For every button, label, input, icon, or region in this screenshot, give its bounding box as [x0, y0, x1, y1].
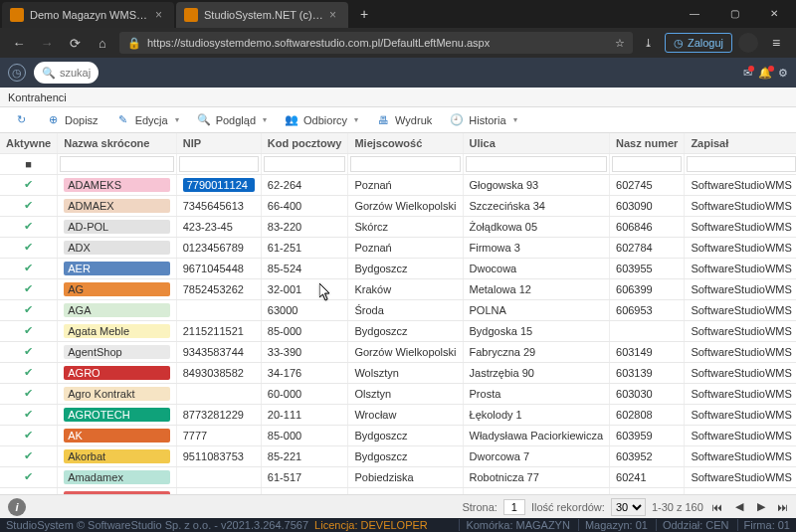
table-row[interactable]: ✔AK777785-000BydgoszczWładysława Paciork… [0, 425, 796, 445]
col-miejscowość[interactable]: Miejscowość [348, 133, 463, 153]
row-checkbox[interactable]: ✔ [24, 199, 33, 211]
page-input[interactable] [503, 499, 525, 515]
table-row[interactable]: ✔AgentShop934358374433-390Gorzów Wielkop… [0, 341, 796, 362]
window-controls: — ▢ ✕ [675, 0, 794, 28]
filter-input-3[interactable] [264, 156, 346, 172]
table-row[interactable]: ✔AMAZON525254639162-080SadyPoznańska 1D6… [0, 487, 796, 494]
table-row[interactable]: ✔Amadamex61-517PobiedziskaRobotnicza 776… [0, 466, 796, 487]
toolbar-odbiorcy-button[interactable]: 👥Odbiorcy▾ [277, 109, 366, 131]
row-checkbox[interactable]: ✔ [24, 387, 33, 399]
last-page-button[interactable]: ⏭ [775, 501, 791, 513]
filter-input-7[interactable] [687, 156, 795, 172]
reload-button[interactable]: ⟳ [64, 36, 86, 51]
row-checkbox[interactable]: ✔ [24, 366, 33, 378]
minimize-button[interactable]: — [675, 0, 714, 28]
chevron-down-icon: ▾ [354, 115, 358, 124]
forward-button[interactable]: → [36, 36, 58, 51]
table-row[interactable]: ✔Agata Meble211521152185-000BydgoszczByd… [0, 320, 796, 341]
search-input[interactable] [60, 67, 91, 79]
toolbar-icon: ✎ [116, 113, 130, 126]
bookmark-icon[interactable]: ☆ [615, 37, 625, 50]
cell-num: 603139 [610, 362, 685, 383]
row-checkbox[interactable]: ✔ [24, 345, 33, 357]
close-icon[interactable]: × [155, 8, 162, 22]
cell-num: 603952 [610, 445, 685, 466]
filter-input-1[interactable] [60, 156, 173, 172]
row-checkbox[interactable]: ✔ [24, 429, 33, 441]
row-checkbox[interactable]: ✔ [24, 303, 33, 315]
col-aktywne[interactable]: Aktywne [0, 133, 58, 153]
new-tab-button[interactable]: + [350, 6, 378, 22]
filter-checkbox[interactable]: ■ [25, 158, 32, 170]
url-field[interactable]: 🔒 https://studiosystemdemo.softwarestudi… [119, 32, 633, 54]
filter-input-5[interactable] [466, 156, 608, 172]
table-row[interactable]: ✔AER967104544885-524BydgoszczDwocowa6039… [0, 258, 796, 278]
close-icon[interactable]: × [329, 8, 336, 22]
row-checkbox[interactable]: ✔ [24, 324, 33, 336]
col-nip[interactable]: NIP [176, 133, 261, 153]
cell-zap: SoftwareStudioWMS [685, 383, 796, 404]
toolbar-refresh-button[interactable]: ↻ [6, 109, 36, 131]
table-row[interactable]: ✔AGA63000ŚrodaPOLNA606953SoftwareStudioW… [0, 299, 796, 320]
browser-tab-0[interactable]: Demo Magazyn WMS - Demo o… × [2, 2, 174, 28]
data-grid[interactable]: AktywneNazwa skróconeNIPKod pocztowyMiej… [0, 133, 796, 494]
bell-icon[interactable]: 🔔 [758, 67, 772, 80]
next-page-button[interactable]: ▶ [753, 500, 769, 513]
settings-icon[interactable]: ⚙ [778, 67, 788, 80]
toolbar-dopisz-button[interactable]: ⊕Dopisz [38, 109, 106, 131]
main-panel: Kontrahenci ↻⊕Dopisz✎Edycja▾🔍Podgląd▾👥Od… [0, 88, 796, 518]
back-button[interactable]: ← [8, 36, 30, 51]
col-nasz-numer[interactable]: Nasz numer [610, 133, 685, 153]
table-row[interactable]: ✔AG785245326232-001KrakówMetalowa 126063… [0, 278, 796, 299]
filter-input-4[interactable] [350, 156, 460, 172]
prev-page-button[interactable]: ◀ [731, 500, 747, 513]
col-kod-pocztowy[interactable]: Kod pocztowy [261, 133, 348, 153]
toolbar-podgląd-button[interactable]: 🔍Podgląd▾ [189, 109, 275, 131]
table-row[interactable]: ✔Akorbat951108375385-221BydgoszczDworcow… [0, 445, 796, 466]
table-row[interactable]: ✔ADX012345678961-251PoznańFirmowa 360278… [0, 237, 796, 258]
filter-input-6[interactable] [612, 156, 682, 172]
avatar[interactable] [738, 33, 758, 53]
table-row[interactable]: ✔ADAMEKS779001112462-264PoznańGłogowska … [0, 174, 796, 195]
browser-tab-1[interactable]: StudioSystem.NET (c) SoftwareS… × [176, 2, 348, 28]
app-search[interactable]: 🔍 [34, 62, 99, 84]
mail-icon[interactable]: ✉ [743, 67, 752, 80]
row-checkbox[interactable]: ✔ [24, 262, 33, 273]
cell-zap: SoftwareStudioWMS [685, 341, 796, 362]
per-page-select[interactable]: 30 [611, 498, 646, 516]
toolbar-label: Historia [469, 114, 505, 126]
table-row[interactable]: ✔AGROTECH877328122920-111WrocławŁękolody… [0, 404, 796, 425]
col-zapisał[interactable]: Zapisał [685, 133, 796, 153]
home-button[interactable]: ⌂ [92, 36, 113, 51]
cell-miej: Olsztyn [348, 383, 463, 404]
row-checkbox[interactable]: ✔ [24, 449, 33, 461]
download-icon[interactable]: ⤓ [639, 37, 659, 50]
col-ulica[interactable]: Ulica [463, 133, 610, 153]
col-nazwa-skrócone[interactable]: Nazwa skrócone [58, 133, 176, 153]
cell-miej: Gorzów Wielkopolski [348, 341, 463, 362]
table-row[interactable]: ✔AGRO849303858234-176WolsztynJastrzębia … [0, 362, 796, 383]
app-home-icon[interactable]: ◷ [8, 64, 26, 82]
row-checkbox[interactable]: ✔ [24, 408, 33, 420]
account-login-button[interactable]: ◷ Zaloguj [665, 33, 732, 53]
table-row[interactable]: ✔AD-POL423-23-4583-220SkórczŻołądkowa 05… [0, 216, 796, 237]
browser-address-bar: ← → ⟳ ⌂ 🔒 https://studiosystemdemo.softw… [0, 28, 796, 58]
toolbar-wydruk-button[interactable]: 🖶Wydruk [368, 109, 440, 131]
cell-zap: SoftwareStudioWMS [685, 216, 796, 237]
toolbar-historia-button[interactable]: 🕘Historia▾ [442, 109, 524, 131]
maximize-button[interactable]: ▢ [714, 0, 754, 28]
tab-favicon [184, 8, 198, 22]
close-window-button[interactable]: ✕ [754, 0, 794, 28]
table-row[interactable]: ✔Agro Kontrakt60-000OlsztynProsta603030S… [0, 383, 796, 404]
filter-input-2[interactable] [179, 156, 259, 172]
info-icon[interactable]: i [8, 498, 26, 516]
menu-button[interactable]: ≡ [764, 35, 788, 51]
row-checkbox[interactable]: ✔ [24, 282, 33, 294]
row-checkbox[interactable]: ✔ [24, 220, 33, 232]
row-checkbox[interactable]: ✔ [24, 178, 33, 190]
first-page-button[interactable]: ⏮ [709, 501, 725, 513]
table-row[interactable]: ✔ADMAEX734564561366-400Gorzów Wielkopols… [0, 195, 796, 216]
row-checkbox[interactable]: ✔ [24, 241, 33, 253]
row-checkbox[interactable]: ✔ [24, 470, 33, 482]
toolbar-edycja-button[interactable]: ✎Edycja▾ [108, 109, 187, 131]
